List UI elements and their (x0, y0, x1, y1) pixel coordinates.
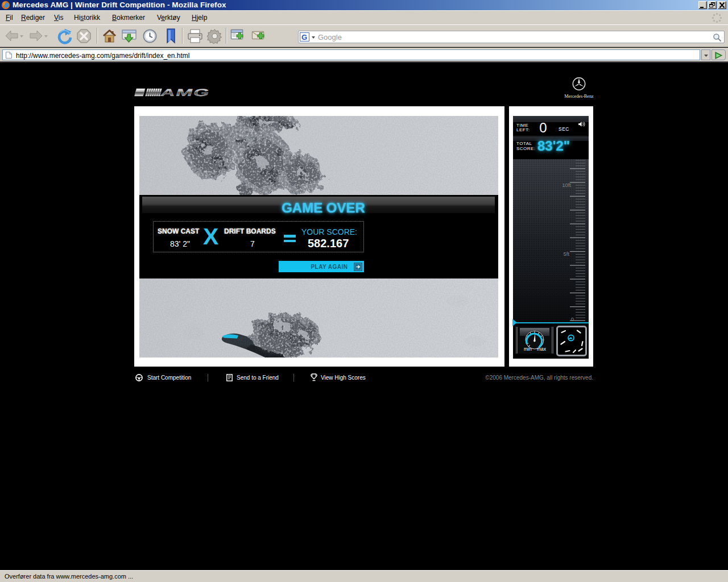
svg-text:Mercedes-Benz: Mercedes-Benz (564, 94, 594, 99)
svg-text:AMG: AMG (159, 88, 210, 97)
